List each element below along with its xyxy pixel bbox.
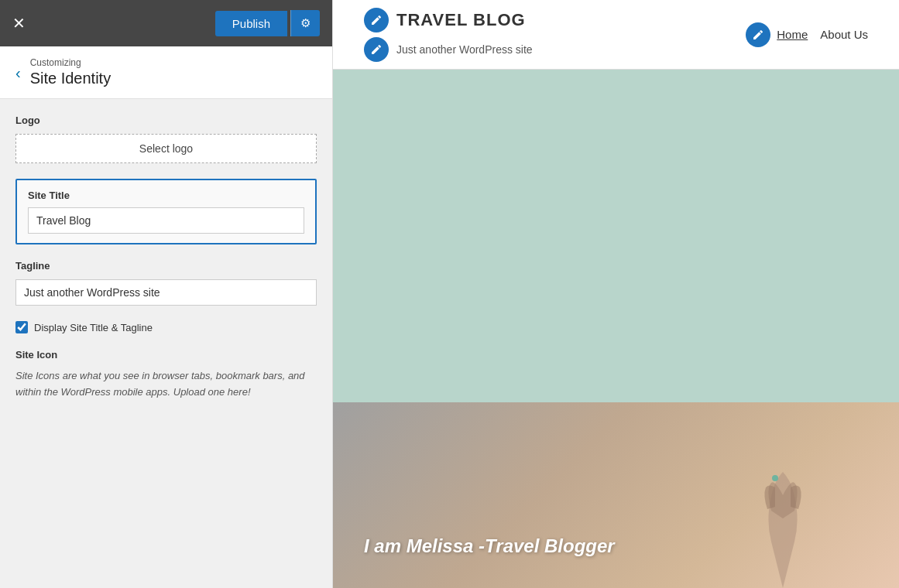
- preview-panel: TRAVEL BLOG Just another WordPress site …: [333, 0, 899, 588]
- preview-hero: [333, 70, 899, 402]
- svg-point-0: [772, 475, 778, 481]
- site-title-edit-icon[interactable]: [364, 8, 389, 32]
- section-title: Site Identity: [30, 70, 112, 87]
- section-header: ‹ Customizing Site Identity: [0, 46, 332, 99]
- publish-area: Publish ⚙: [215, 10, 320, 36]
- section-header-text: Customizing Site Identity: [30, 57, 112, 87]
- panel-content: Logo Select logo Site Title Tagline Disp…: [0, 99, 332, 588]
- preview-site-title: TRAVEL BLOG: [396, 10, 526, 30]
- display-checkbox-label[interactable]: Display Site Title & Tagline: [34, 322, 153, 333]
- preview-tagline-row: Just another WordPress site: [364, 37, 533, 62]
- customizing-label: Customizing: [30, 57, 112, 68]
- preview-tagline: Just another WordPress site: [396, 43, 533, 56]
- preview-nav: Home About Us: [746, 22, 868, 47]
- logo-field-group: Logo Select logo: [15, 115, 317, 163]
- customizer-topbar: ✕ Publish ⚙: [0, 0, 332, 46]
- publish-button[interactable]: Publish: [215, 11, 287, 36]
- site-title-label: Site Title: [28, 190, 304, 201]
- site-title-section: Site Title: [15, 179, 317, 244]
- site-branding: TRAVEL BLOG Just another WordPress site: [364, 8, 533, 62]
- site-icon-section: Site Icon Site Icons are what you see in…: [15, 349, 317, 401]
- pencil-icon-nav: [752, 29, 764, 41]
- nav-link-home[interactable]: Home: [777, 28, 808, 41]
- nav-edit-icon[interactable]: [746, 22, 770, 47]
- nav-links: Home About Us: [777, 28, 868, 41]
- tagline-label: Tagline: [15, 260, 317, 272]
- site-icon-description: Site Icons are what you see in browser t…: [15, 368, 317, 401]
- site-name-row: TRAVEL BLOG: [364, 8, 533, 32]
- site-icon-label: Site Icon: [15, 349, 317, 361]
- pencil-icon-2: [370, 43, 383, 56]
- logo-label: Logo: [15, 115, 317, 126]
- display-checkbox-row: Display Site Title & Tagline: [15, 321, 317, 333]
- pencil-icon: [370, 14, 383, 26]
- back-button[interactable]: ‹: [15, 65, 21, 80]
- select-logo-button[interactable]: Select logo: [15, 134, 317, 163]
- close-button[interactable]: ✕: [12, 15, 26, 31]
- display-checkbox[interactable]: [15, 321, 28, 333]
- tagline-section: Tagline: [15, 260, 317, 306]
- settings-button[interactable]: ⚙: [290, 10, 320, 36]
- overlay-text: I am Melissa -Travel Blogger: [364, 535, 615, 557]
- tagline-edit-icon[interactable]: [364, 37, 389, 62]
- nav-link-about[interactable]: About Us: [820, 28, 868, 41]
- preview-header: TRAVEL BLOG Just another WordPress site …: [333, 0, 899, 70]
- tagline-input[interactable]: [15, 279, 317, 306]
- hand-illustration: [713, 418, 853, 588]
- customizer-panel: ✕ Publish ⚙ ‹ Customizing Site Identity …: [0, 0, 333, 588]
- site-title-input[interactable]: [28, 207, 304, 234]
- preview-image-section: I am Melissa -Travel Blogger: [333, 402, 899, 588]
